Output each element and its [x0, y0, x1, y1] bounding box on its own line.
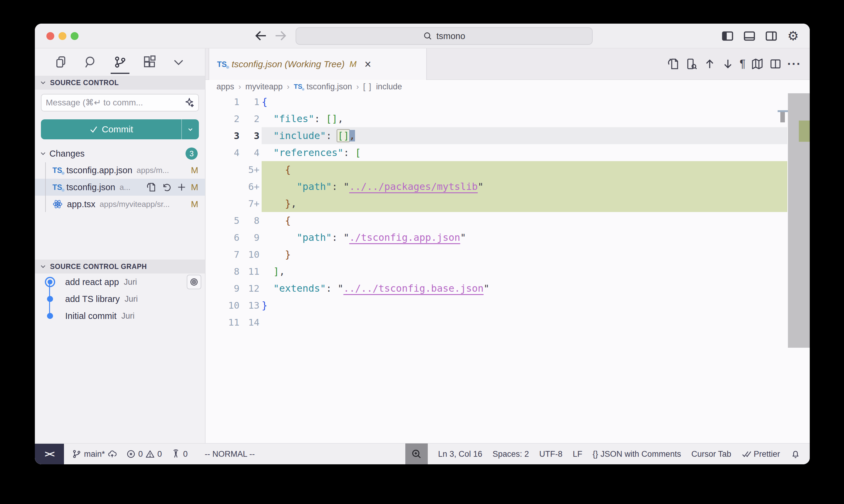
code-token: {	[262, 96, 268, 108]
file-name: tsconfig.app.json	[66, 165, 133, 175]
zoom-indicator[interactable]	[405, 444, 428, 464]
code-line[interactable]: 58 {	[206, 212, 810, 229]
editor-actions: ¶ ···	[667, 49, 810, 79]
toggle-panel-icon[interactable]	[742, 29, 756, 43]
file-row[interactable]: TStsconfig.jsona...M	[35, 179, 205, 196]
ports-count: 0	[183, 449, 188, 459]
commit-row[interactable]: add react appJuri	[35, 273, 205, 290]
source-control-section-header[interactable]: SOURCE CONTROL	[35, 76, 205, 90]
code-line[interactable]: 69 "path": "./tsconfig.app.json"	[206, 229, 810, 246]
breadcrumb-include[interactable]: include	[376, 82, 402, 91]
changes-group-header[interactable]: Changes 3	[35, 145, 205, 162]
encoding-status[interactable]: UTF-8	[539, 449, 563, 459]
collapse-unchanged-icon[interactable]	[685, 57, 698, 70]
cursor-position[interactable]: Ln 3, Col 16	[438, 449, 482, 459]
previous-change-icon[interactable]	[703, 57, 716, 70]
minimize-window-button[interactable]	[58, 32, 66, 40]
commit-dot-icon	[47, 296, 53, 302]
code-token	[262, 249, 285, 260]
breadcrumb-tsconfig[interactable]: tsconfig.json	[307, 82, 352, 91]
back-icon[interactable]	[254, 29, 268, 43]
open-file-icon[interactable]	[146, 182, 156, 192]
commit-message-input[interactable]	[46, 98, 184, 108]
code-line[interactable]: 912 "extends": "../../tsconfig.base.json…	[206, 280, 810, 297]
search-view-icon[interactable]	[84, 55, 98, 69]
commit-row[interactable]: add TS libraryJuri	[35, 290, 205, 307]
code-line[interactable]: 811 ],	[206, 263, 810, 280]
cursor-tab-status[interactable]: Cursor Tab	[691, 449, 731, 459]
source-control-view-icon[interactable]	[113, 55, 127, 69]
language-mode[interactable]: {} JSON with Comments	[593, 449, 681, 459]
open-file-icon[interactable]	[667, 57, 680, 70]
typescript-file-icon: TS	[217, 60, 227, 69]
next-change-icon[interactable]	[722, 57, 734, 70]
source-control-graph-header[interactable]: SOURCE CONTROL GRAPH	[35, 259, 205, 273]
commit-button[interactable]: Commit	[41, 119, 199, 139]
code-line[interactable]: 33 "include": [],	[206, 127, 810, 144]
file-name: app.tsx	[67, 199, 96, 209]
formatter-status[interactable]: Prettier	[742, 449, 780, 459]
code-token: {	[285, 215, 291, 226]
search-value: tsmono	[436, 31, 465, 41]
code-line-content: },	[262, 195, 787, 212]
tab-tsconfig-json[interactable]: TS tsconfig.json (Working Tree) M ×	[209, 49, 427, 80]
more-actions-icon[interactable]: ···	[787, 57, 801, 71]
close-window-button[interactable]	[46, 32, 54, 40]
code-line[interactable]: 5+ {	[206, 161, 810, 178]
old-line-number: 4	[206, 144, 240, 161]
explorer-icon[interactable]	[54, 55, 68, 69]
whitespace-icon[interactable]: ¶	[740, 57, 745, 70]
code-line[interactable]: 1013}	[206, 297, 810, 314]
map-icon[interactable]	[751, 57, 764, 70]
file-row[interactable]: TStsconfig.app.jsonapps/m...M	[35, 162, 205, 179]
stage-changes-icon[interactable]	[176, 182, 187, 192]
remote-indicator[interactable]: ><	[35, 444, 64, 464]
more-views-chevron-icon[interactable]	[172, 55, 186, 69]
branch-name: main*	[84, 449, 105, 459]
code-token	[262, 130, 273, 141]
problems-status[interactable]: 0 0	[126, 449, 162, 459]
extensions-icon[interactable]	[142, 55, 156, 69]
sparkle-icon[interactable]	[184, 97, 194, 108]
code-token: }	[262, 300, 268, 311]
split-editor-icon[interactable]	[769, 57, 782, 70]
code-token: "include"	[273, 130, 326, 141]
toggle-secondary-sidebar-icon[interactable]	[764, 29, 778, 43]
error-count: 0	[138, 449, 143, 459]
notifications-bell-icon[interactable]	[790, 449, 800, 459]
file-row[interactable]: app.tsxapps/myviteapp/sr...M	[35, 196, 205, 213]
code-line[interactable]: 1114	[206, 314, 810, 331]
code-line[interactable]: 44 "references": [	[206, 144, 810, 161]
toggle-sidebar-icon[interactable]	[721, 29, 735, 43]
code-token: }	[285, 249, 291, 260]
goto-commit-button[interactable]	[187, 275, 201, 289]
breadcrumb-apps[interactable]: apps	[217, 82, 234, 91]
commit-dropdown-button[interactable]	[181, 119, 199, 139]
code-line[interactable]: 6+ "path": "../../packages/mytslib"	[206, 178, 810, 195]
commit-dot-icon	[47, 313, 53, 319]
tab-title: tsconfig.json (Working Tree)	[231, 59, 345, 69]
forward-icon[interactable]	[273, 29, 288, 43]
indentation-status[interactable]: Spaces: 2	[493, 449, 529, 459]
commit-row[interactable]: Initial commitJuri	[35, 307, 205, 324]
changes-file-list: TStsconfig.app.jsonapps/m...MTStsconfig.…	[35, 162, 205, 213]
code-line[interactable]: 7+ },	[206, 195, 810, 212]
breadcrumb-myviteapp[interactable]: myviteapp	[245, 82, 282, 91]
code-line[interactable]: 22 "files": [],	[206, 110, 810, 127]
code-line[interactable]: 11{	[206, 93, 810, 110]
ports-status[interactable]: 0	[171, 449, 188, 459]
file-path: apps/myviteapp/sr...	[100, 200, 187, 209]
discard-changes-icon[interactable]	[161, 182, 172, 192]
settings-gear-icon[interactable]: ⚙	[786, 29, 800, 43]
code-line[interactable]: 710 }	[206, 246, 810, 263]
file-status-badge: M	[191, 199, 200, 209]
close-tab-icon[interactable]: ×	[364, 58, 371, 70]
editor-scrollbar[interactable]	[788, 93, 810, 443]
vim-mode-indicator[interactable]: -- NORMAL --	[205, 449, 255, 459]
diff-editor[interactable]: 11{22 "files": [],33 "include": [],44 "r…	[206, 93, 810, 443]
maximize-window-button[interactable]	[71, 32, 79, 40]
branch-status[interactable]: main*	[72, 449, 117, 459]
eol-status[interactable]: LF	[573, 449, 582, 459]
overview-selection-marker	[780, 112, 785, 122]
command-center-search[interactable]: tsmono	[296, 27, 593, 45]
